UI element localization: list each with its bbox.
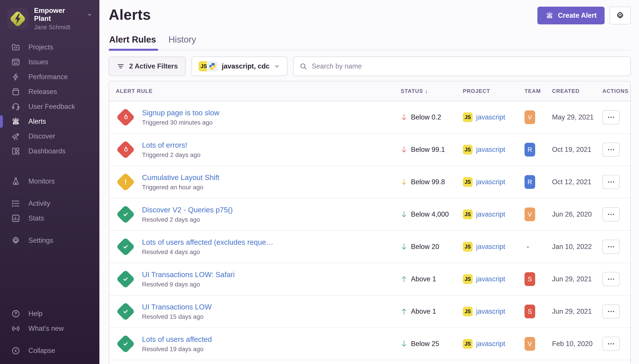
alert-settings-button[interactable]: [609, 7, 631, 24]
sidebar-item-help[interactable]: Help: [0, 306, 99, 321]
project-link[interactable]: javascript: [476, 113, 505, 121]
tab-history[interactable]: History: [168, 34, 196, 50]
active-filters-button[interactable]: 2 Active Filters: [109, 56, 186, 76]
row-actions-button[interactable]: [602, 337, 620, 351]
row-actions-button[interactable]: [602, 110, 620, 124]
app-window: Empower Plant Jane Schmidt Projects Issu…: [0, 0, 639, 364]
alert-rule-subtext: Triggered 2 days ago: [142, 152, 201, 158]
sidebar-item-alerts[interactable]: Alerts: [0, 114, 99, 128]
row-actions-button[interactable]: [602, 207, 620, 222]
project-filter-dropdown[interactable]: JS javascript, cdc: [191, 56, 287, 76]
alert-rule-link[interactable]: Discover V2 - Queries p75(): [142, 206, 233, 214]
project-cell: JSjavascript: [463, 306, 524, 316]
alert-rule-link[interactable]: Lots of users affected (excludes reque…: [142, 238, 273, 246]
sidebar-collapse-button[interactable]: Collapse: [0, 344, 99, 358]
org-switcher[interactable]: Empower Plant Jane Schmidt: [0, 0, 99, 36]
create-alert-button[interactable]: Create Alert: [537, 7, 605, 24]
project-cell: JSjavascript: [463, 339, 524, 349]
row-actions-button[interactable]: [602, 304, 620, 318]
row-actions-button[interactable]: [602, 272, 620, 286]
collapse-icon: [11, 346, 21, 355]
column-header-team: TEAM: [524, 88, 552, 94]
created-cell: Oct 19, 2021: [552, 146, 602, 154]
arrow-down-icon: [401, 243, 407, 250]
search-icon: [299, 62, 307, 70]
arrow-up-icon: [401, 275, 407, 283]
sidebar-item-settings[interactable]: Settings: [0, 234, 99, 248]
arrow-down-icon: [401, 340, 407, 348]
row-actions-button[interactable]: [602, 240, 620, 254]
support-icon: [11, 102, 21, 111]
column-header-actions: ACTIONS: [602, 88, 628, 94]
team-cell: V: [524, 208, 552, 221]
team-cell: V: [524, 337, 552, 351]
sidebar-item-dashboards[interactable]: Dashboards: [0, 144, 99, 158]
created-cell: Jun 29, 2021: [552, 275, 602, 283]
main-content: Alerts Create Alert Alert Rules History …: [99, 0, 639, 364]
sidebar-item-user-feedback[interactable]: User Feedback: [0, 100, 99, 114]
team-avatar[interactable]: V: [524, 208, 535, 221]
sidebar-item-monitors[interactable]: Monitors: [0, 174, 99, 188]
project-link[interactable]: javascript: [476, 210, 505, 218]
row-actions-button[interactable]: [602, 142, 620, 157]
project-link[interactable]: javascript: [476, 146, 505, 154]
project-link[interactable]: javascript: [476, 243, 505, 251]
team-avatar[interactable]: V: [524, 337, 535, 351]
help-icon: [11, 309, 21, 318]
project-link[interactable]: javascript: [476, 178, 505, 186]
sidebar-item-discover[interactable]: Discover: [0, 129, 99, 144]
sidebar-item-stats[interactable]: Stats: [0, 211, 99, 226]
sidebar-item-label: Monitors: [29, 177, 55, 185]
sidebar-item-label: Alerts: [29, 118, 46, 126]
gear-icon: [616, 11, 624, 20]
sidebar-item-label: Issues: [29, 58, 48, 66]
row-actions-button[interactable]: [602, 175, 620, 189]
sidebar-item-label: Stats: [29, 214, 44, 222]
alert-rule-link[interactable]: UI Transactions LOW: [142, 303, 212, 311]
sidebar-item-releases[interactable]: Releases: [0, 85, 99, 99]
alert-rule-link[interactable]: UI Transactions LOW: Safari: [142, 270, 235, 279]
sidebar-item-performance[interactable]: Performance: [0, 70, 99, 84]
search-input[interactable]: [312, 62, 624, 70]
created-cell: Jun 29, 2021: [552, 308, 602, 316]
check-icon: [121, 340, 130, 348]
table-row: UI Transactions LOW: SafariResolved 9 da…: [109, 263, 630, 296]
sidebar-item-activity[interactable]: Activity: [0, 196, 99, 210]
team-avatar[interactable]: S: [524, 304, 535, 318]
bar-chart-icon: [11, 214, 21, 223]
table-row: Cumulative Layout ShiftTriggered an hour…: [109, 166, 630, 198]
alert-rule-subtext: Triggered 30 minutes ago: [142, 119, 219, 126]
sidebar-item-projects[interactable]: Projects: [0, 40, 99, 54]
project-link[interactable]: javascript: [476, 340, 505, 348]
table-row: Lots of users affected (excludes reque…R…: [109, 231, 630, 263]
filter-icon: [117, 62, 125, 70]
sidebar-item-whats-new[interactable]: What's new: [0, 322, 99, 336]
alert-rule-subtext: Resolved 15 days ago: [142, 313, 212, 320]
javascript-platform-icon: JS: [463, 112, 473, 122]
alert-rule-link[interactable]: Lots of errors!: [142, 141, 201, 150]
status-cell: Below 20: [401, 243, 463, 251]
team-avatar[interactable]: V: [524, 110, 535, 124]
javascript-platform-icon: JS: [463, 177, 473, 187]
alert-rule-link[interactable]: Cumulative Layout Shift: [142, 173, 219, 182]
project-link[interactable]: javascript: [476, 275, 505, 283]
sidebar-item-issues[interactable]: Issues: [0, 55, 99, 69]
tab-alert-rules[interactable]: Alert Rules: [109, 34, 156, 50]
table-row: UI Transactions LOWResolved 15 days ago …: [109, 296, 630, 328]
alert-rule-link[interactable]: Lots of users affected: [142, 335, 212, 344]
team-avatar[interactable]: R: [524, 143, 535, 156]
alert-rule-subtext: Triggered an hour ago: [142, 184, 219, 191]
siren-icon: [545, 11, 554, 20]
alert-rule-link[interactable]: Signup page is too slow: [142, 108, 219, 117]
team-avatar[interactable]: S: [524, 272, 535, 286]
broadcast-icon: [11, 324, 21, 333]
table-header-row: ALERT RULE STATUS↓ PROJECT TEAM CREATED …: [109, 81, 630, 101]
project-cell: JSjavascript: [463, 145, 524, 154]
project-link[interactable]: javascript: [476, 308, 505, 316]
column-header-status[interactable]: STATUS↓: [401, 88, 463, 95]
team-avatar[interactable]: R: [524, 175, 535, 189]
sidebar-item-label: Releases: [29, 88, 57, 96]
exclamation-icon: [121, 178, 130, 186]
sidebar-nav: Projects Issues Performance Releases Use…: [0, 40, 99, 248]
javascript-platform-icon: JS: [463, 242, 473, 252]
